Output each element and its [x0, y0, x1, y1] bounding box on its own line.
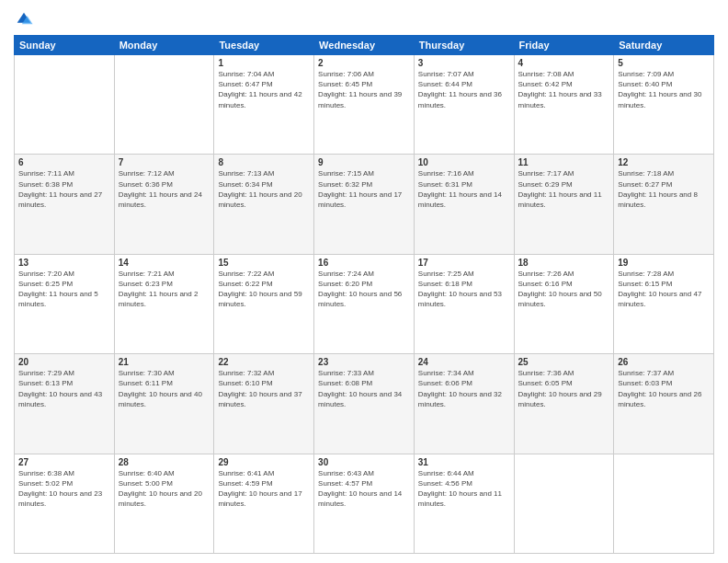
day-cell	[614, 454, 714, 553]
day-cell: 7Sunrise: 7:12 AM Sunset: 6:36 PM Daylig…	[114, 155, 214, 254]
day-number: 12	[618, 157, 710, 167]
day-number: 11	[518, 157, 610, 167]
day-info: Sunrise: 7:34 AM Sunset: 6:06 PM Dayligh…	[418, 368, 510, 409]
day-info: Sunrise: 7:11 AM Sunset: 6:38 PM Dayligh…	[18, 168, 110, 210]
weekday-header-friday: Friday	[514, 36, 614, 55]
day-cell: 3Sunrise: 7:07 AM Sunset: 6:44 PM Daylig…	[414, 55, 514, 155]
day-cell: 24Sunrise: 7:34 AM Sunset: 6:06 PM Dayli…	[414, 354, 514, 454]
day-info: Sunrise: 7:37 AM Sunset: 6:03 PM Dayligh…	[618, 368, 710, 409]
day-number: 29	[218, 457, 310, 467]
day-number: 8	[218, 157, 310, 167]
day-cell: 18Sunrise: 7:26 AM Sunset: 6:16 PM Dayli…	[514, 254, 614, 353]
day-info: Sunrise: 7:16 AM Sunset: 6:31 PM Dayligh…	[418, 168, 510, 210]
week-row-3: 13Sunrise: 7:20 AM Sunset: 6:25 PM Dayli…	[15, 254, 714, 353]
day-number: 2	[318, 58, 410, 68]
day-info: Sunrise: 7:30 AM Sunset: 6:11 PM Dayligh…	[119, 368, 210, 409]
day-info: Sunrise: 7:32 AM Sunset: 6:10 PM Dayligh…	[218, 368, 310, 409]
day-number: 13	[18, 258, 110, 268]
weekday-header-saturday: Saturday	[614, 36, 714, 55]
day-info: Sunrise: 7:07 AM Sunset: 6:44 PM Dayligh…	[418, 69, 510, 110]
day-cell: 17Sunrise: 7:25 AM Sunset: 6:18 PM Dayli…	[414, 254, 514, 353]
day-number: 24	[418, 357, 510, 367]
page: SundayMondayTuesdayWednesdayThursdayFrid…	[0, 0, 728, 563]
day-info: Sunrise: 6:41 AM Sunset: 4:59 PM Dayligh…	[218, 468, 310, 510]
weekday-header-wednesday: Wednesday	[314, 36, 415, 55]
day-number: 21	[119, 357, 210, 367]
day-number: 22	[218, 357, 310, 367]
day-number: 15	[218, 258, 310, 268]
day-number: 5	[618, 58, 710, 68]
day-number: 3	[418, 58, 510, 68]
day-number: 18	[518, 258, 610, 268]
week-row-5: 27Sunrise: 6:38 AM Sunset: 5:02 PM Dayli…	[15, 454, 714, 553]
day-cell: 27Sunrise: 6:38 AM Sunset: 5:02 PM Dayli…	[15, 454, 115, 553]
header	[14, 9, 714, 29]
day-cell: 1Sunrise: 7:04 AM Sunset: 6:47 PM Daylig…	[214, 55, 314, 155]
day-number: 30	[318, 457, 410, 467]
day-info: Sunrise: 7:04 AM Sunset: 6:47 PM Dayligh…	[218, 69, 310, 110]
day-info: Sunrise: 7:26 AM Sunset: 6:16 PM Dayligh…	[518, 269, 610, 310]
day-cell	[114, 55, 214, 155]
day-number: 20	[18, 357, 110, 367]
day-info: Sunrise: 6:43 AM Sunset: 4:57 PM Dayligh…	[318, 468, 410, 510]
day-number: 14	[119, 258, 210, 268]
weekday-header-thursday: Thursday	[414, 36, 514, 55]
day-info: Sunrise: 6:44 AM Sunset: 4:56 PM Dayligh…	[418, 468, 510, 510]
day-cell: 14Sunrise: 7:21 AM Sunset: 6:23 PM Dayli…	[114, 254, 214, 353]
day-info: Sunrise: 7:20 AM Sunset: 6:25 PM Dayligh…	[18, 269, 110, 310]
day-cell: 8Sunrise: 7:13 AM Sunset: 6:34 PM Daylig…	[214, 155, 314, 254]
day-info: Sunrise: 7:28 AM Sunset: 6:15 PM Dayligh…	[618, 269, 710, 310]
day-info: Sunrise: 7:18 AM Sunset: 6:27 PM Dayligh…	[618, 168, 710, 210]
day-info: Sunrise: 7:22 AM Sunset: 6:22 PM Dayligh…	[218, 269, 310, 310]
day-number: 17	[418, 258, 510, 268]
logo-icon	[14, 9, 34, 29]
weekday-header-row: SundayMondayTuesdayWednesdayThursdayFrid…	[15, 36, 714, 55]
day-cell: 19Sunrise: 7:28 AM Sunset: 6:15 PM Dayli…	[614, 254, 714, 353]
day-cell: 15Sunrise: 7:22 AM Sunset: 6:22 PM Dayli…	[214, 254, 314, 353]
day-cell: 16Sunrise: 7:24 AM Sunset: 6:20 PM Dayli…	[314, 254, 415, 353]
day-number: 19	[618, 258, 710, 268]
day-cell: 10Sunrise: 7:16 AM Sunset: 6:31 PM Dayli…	[414, 155, 514, 254]
day-cell: 20Sunrise: 7:29 AM Sunset: 6:13 PM Dayli…	[15, 354, 115, 454]
day-cell: 12Sunrise: 7:18 AM Sunset: 6:27 PM Dayli…	[614, 155, 714, 254]
logo	[14, 9, 36, 29]
day-number: 23	[318, 357, 410, 367]
day-cell: 2Sunrise: 7:06 AM Sunset: 6:45 PM Daylig…	[314, 55, 415, 155]
day-info: Sunrise: 7:09 AM Sunset: 6:40 PM Dayligh…	[618, 69, 710, 110]
day-cell: 4Sunrise: 7:08 AM Sunset: 6:42 PM Daylig…	[514, 55, 614, 155]
day-cell	[15, 55, 115, 155]
day-cell: 13Sunrise: 7:20 AM Sunset: 6:25 PM Dayli…	[15, 254, 115, 353]
day-info: Sunrise: 6:40 AM Sunset: 5:00 PM Dayligh…	[119, 468, 210, 510]
week-row-1: 1Sunrise: 7:04 AM Sunset: 6:47 PM Daylig…	[15, 55, 714, 155]
day-cell: 22Sunrise: 7:32 AM Sunset: 6:10 PM Dayli…	[214, 354, 314, 454]
day-cell: 23Sunrise: 7:33 AM Sunset: 6:08 PM Dayli…	[314, 354, 415, 454]
day-info: Sunrise: 6:38 AM Sunset: 5:02 PM Dayligh…	[18, 468, 110, 510]
day-info: Sunrise: 7:33 AM Sunset: 6:08 PM Dayligh…	[318, 368, 410, 409]
day-info: Sunrise: 7:29 AM Sunset: 6:13 PM Dayligh…	[18, 368, 110, 409]
day-info: Sunrise: 7:15 AM Sunset: 6:32 PM Dayligh…	[318, 168, 410, 210]
calendar: SundayMondayTuesdayWednesdayThursdayFrid…	[14, 35, 714, 554]
day-number: 6	[18, 157, 110, 167]
week-row-2: 6Sunrise: 7:11 AM Sunset: 6:38 PM Daylig…	[15, 155, 714, 254]
day-cell: 5Sunrise: 7:09 AM Sunset: 6:40 PM Daylig…	[614, 55, 714, 155]
weekday-header-monday: Monday	[114, 36, 214, 55]
day-cell: 31Sunrise: 6:44 AM Sunset: 4:56 PM Dayli…	[414, 454, 514, 553]
day-number: 9	[318, 157, 410, 167]
day-cell: 6Sunrise: 7:11 AM Sunset: 6:38 PM Daylig…	[15, 155, 115, 254]
day-cell: 29Sunrise: 6:41 AM Sunset: 4:59 PM Dayli…	[214, 454, 314, 553]
day-cell: 30Sunrise: 6:43 AM Sunset: 4:57 PM Dayli…	[314, 454, 415, 553]
day-cell: 25Sunrise: 7:36 AM Sunset: 6:05 PM Dayli…	[514, 354, 614, 454]
day-number: 1	[218, 58, 310, 68]
day-cell: 28Sunrise: 6:40 AM Sunset: 5:00 PM Dayli…	[114, 454, 214, 553]
week-row-4: 20Sunrise: 7:29 AM Sunset: 6:13 PM Dayli…	[15, 354, 714, 454]
day-cell: 9Sunrise: 7:15 AM Sunset: 6:32 PM Daylig…	[314, 155, 415, 254]
day-info: Sunrise: 7:06 AM Sunset: 6:45 PM Dayligh…	[318, 69, 410, 110]
day-number: 7	[119, 157, 210, 167]
day-info: Sunrise: 7:21 AM Sunset: 6:23 PM Dayligh…	[119, 269, 210, 310]
day-cell: 26Sunrise: 7:37 AM Sunset: 6:03 PM Dayli…	[614, 354, 714, 454]
day-info: Sunrise: 7:24 AM Sunset: 6:20 PM Dayligh…	[318, 269, 410, 310]
day-number: 31	[418, 457, 510, 467]
day-number: 16	[318, 258, 410, 268]
weekday-header-tuesday: Tuesday	[214, 36, 314, 55]
day-info: Sunrise: 7:17 AM Sunset: 6:29 PM Dayligh…	[518, 168, 610, 210]
